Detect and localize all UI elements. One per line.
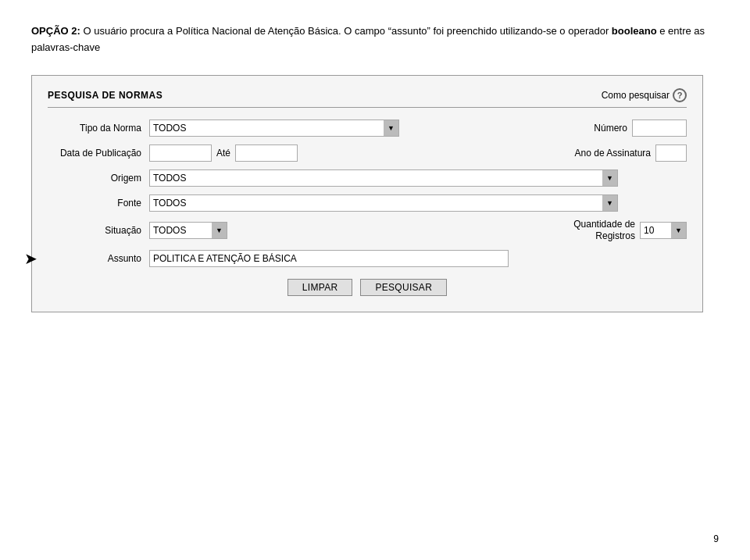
help-link[interactable]: Como pesquisar ? [602, 88, 687, 102]
clear-button[interactable]: LIMPAR [288, 279, 353, 296]
option-label: OPÇÃO 2: [31, 25, 80, 37]
quantidade-select[interactable]: 10 20 50 [640, 222, 687, 239]
help-icon: ? [673, 88, 687, 102]
numero-group: Número [594, 119, 687, 137]
help-label: Como pesquisar [602, 90, 670, 101]
fonte-controls: TODOS ▼ [149, 194, 687, 212]
tipo-norma-select-wrapper: TODOS ▼ [149, 119, 399, 137]
label-ano-assinatura: Ano de Assinatura [575, 148, 651, 159]
row-assunto: ➤ Assunto [48, 249, 687, 268]
arrow-indicator: ➤ [24, 249, 38, 268]
row-situacao: Situação TODOS ▼ Quantidade deRegistros … [48, 219, 687, 243]
label-situacao: Situação [48, 225, 149, 236]
ate-separator: Até [216, 148, 230, 159]
data-publicacao-from[interactable] [149, 144, 212, 162]
label-assunto: Assunto [48, 253, 149, 264]
row-fonte: Fonte TODOS ▼ [48, 194, 687, 212]
data-publicacao-controls: Até [149, 144, 559, 162]
row-tipo-norma: Tipo da Norma TODOS ▼ Número [48, 119, 687, 137]
ano-assinatura-group: Ano de Assinatura [575, 144, 687, 162]
label-tipo-norma: Tipo da Norma [48, 123, 149, 134]
label-origem: Origem [48, 173, 149, 184]
origem-select-wrapper: TODOS ▼ [149, 169, 618, 187]
situacao-select-wrapper: TODOS ▼ [149, 222, 227, 239]
assunto-controls [149, 250, 687, 267]
situacao-select[interactable]: TODOS [149, 222, 227, 239]
search-form-panel: PESQUISA DE NORMAS Como pesquisar ? Tipo… [31, 75, 703, 312]
label-data-publicacao: Data de Publicação [48, 148, 149, 159]
label-quantidade: Quantidade deRegistros [573, 219, 635, 243]
fonte-select[interactable]: TODOS [149, 194, 618, 212]
situacao-controls: TODOS ▼ [149, 222, 558, 239]
booleano-word: booleano [612, 25, 657, 37]
button-row: LIMPAR PESQUISAR [48, 279, 687, 296]
fonte-select-wrapper: TODOS ▼ [149, 194, 618, 212]
row-data-publicacao: Data de Publicação Até Ano de Assinatura [48, 144, 687, 162]
quantidade-group: Quantidade deRegistros 10 20 50 ▼ [573, 219, 687, 243]
panel-title: PESQUISA DE NORMAS [48, 90, 162, 101]
intro-paragraph: OPÇÃO 2: O usuário procura a Política Na… [31, 23, 711, 56]
row-origem: Origem TODOS ▼ [48, 169, 687, 187]
data-publicacao-left: Data de Publicação Até [48, 144, 559, 162]
page-number: 9 [713, 533, 719, 544]
origem-controls: TODOS ▼ [149, 169, 687, 187]
ano-assinatura-input[interactable] [655, 144, 687, 162]
label-fonte: Fonte [48, 198, 149, 209]
tipo-norma-controls: TODOS ▼ [149, 119, 578, 137]
panel-header: PESQUISA DE NORMAS Como pesquisar ? [48, 88, 687, 108]
search-button[interactable]: PESQUISAR [360, 279, 447, 296]
tipo-norma-left: Tipo da Norma TODOS ▼ [48, 119, 578, 137]
situacao-left: Situação TODOS ▼ [48, 222, 558, 239]
option-text: O usuário procura a Política Nacional de… [80, 25, 388, 37]
origem-select[interactable]: TODOS [149, 169, 618, 187]
tipo-norma-select[interactable]: TODOS [149, 119, 399, 137]
quantidade-select-wrapper: 10 20 50 ▼ [640, 222, 687, 239]
option-text2: foi preenchido utilizando-se o operador [430, 25, 612, 37]
data-publicacao-to[interactable] [235, 144, 298, 162]
page-content: OPÇÃO 2: O usuário procura a Política Na… [0, 0, 750, 328]
assunto-input[interactable] [149, 250, 509, 267]
label-numero: Número [594, 123, 627, 134]
numero-input[interactable] [632, 119, 687, 137]
quote-assunto: “assunto” [388, 25, 430, 37]
